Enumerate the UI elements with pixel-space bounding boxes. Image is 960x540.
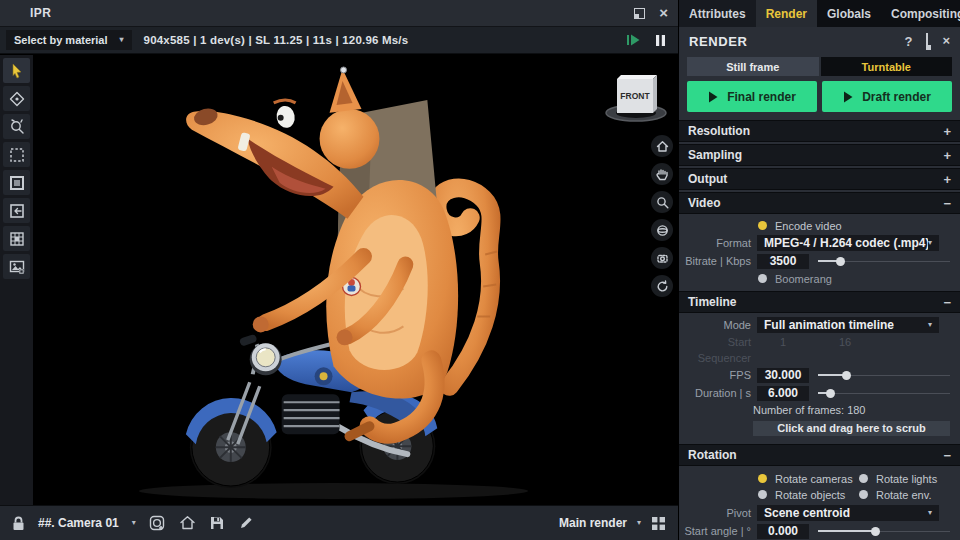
fullscreen-button[interactable]: [651, 516, 666, 531]
camera-dropdown[interactable]: ##. Camera 01: [38, 516, 119, 530]
timeline-mode-dropdown[interactable]: Full animation timeline ▾: [757, 317, 939, 333]
render-stats: 904x585 | 1 dev(s) | SL 11.25 | 11s | 12…: [144, 34, 409, 46]
section-video[interactable]: Video −: [679, 192, 960, 214]
add-camera-button[interactable]: [149, 515, 166, 532]
app-screen: IPR × Select by material ▾ 904x585 | 1 d…: [0, 0, 960, 540]
tool-pixel-inspect[interactable]: [3, 226, 30, 251]
start-row-disabled: Start 1 16: [679, 334, 960, 350]
start-angle-value[interactable]: 0.000: [757, 524, 809, 539]
view-zoom-button[interactable]: [651, 191, 673, 213]
section-output[interactable]: Output +: [679, 168, 960, 190]
tab-still-frame[interactable]: Still frame: [687, 57, 819, 76]
view-frame-button[interactable]: [651, 247, 673, 269]
draft-render-button[interactable]: Draft render: [822, 81, 952, 112]
slider-knob[interactable]: [871, 527, 880, 536]
chevron-down-icon[interactable]: ▾: [132, 519, 136, 527]
view-reset-button[interactable]: [651, 275, 673, 297]
bitrate-slider[interactable]: [818, 254, 950, 269]
boomerang-toggle[interactable]: Boomerang: [679, 270, 960, 287]
fps-value[interactable]: 30.000: [757, 368, 809, 383]
ipr-window: IPR × Select by material ▾ 904x585 | 1 d…: [0, 0, 678, 540]
radio-rotate-env[interactable]: Rotate env.: [859, 487, 960, 502]
section-sampling[interactable]: Sampling +: [679, 144, 960, 166]
pause-render-icon[interactable]: [655, 34, 666, 47]
render-panel: Attributes Render Globals Compositing To…: [678, 0, 960, 540]
pivot-label: Pivot: [679, 507, 757, 519]
ipr-close-button[interactable]: ×: [659, 7, 668, 19]
tool-marquee-select[interactable]: [3, 142, 30, 167]
toggle-dot-on: [758, 221, 767, 230]
slider-knob[interactable]: [826, 389, 835, 398]
bitrate-value[interactable]: 3500: [757, 254, 809, 269]
chevron-down-icon[interactable]: ▾: [637, 519, 641, 527]
section-rotation[interactable]: Rotation −: [679, 444, 960, 466]
resume-render-icon[interactable]: [626, 33, 641, 47]
save-view-button[interactable]: [209, 515, 225, 531]
model-rat-biker: [139, 67, 528, 499]
rotation-section-body: Rotate cameras Rotate lights Rotate obje…: [679, 466, 960, 540]
radio-rotate-lights[interactable]: Rotate lights: [859, 471, 960, 486]
select-mode-dropdown[interactable]: Select by material ▾: [6, 30, 132, 50]
chevron-down-icon: ▾: [928, 239, 932, 247]
region-icon: [9, 175, 25, 191]
encode-video-toggle[interactable]: Encode video: [679, 217, 960, 234]
final-render-button[interactable]: Final render: [687, 81, 817, 112]
view-orbit-button[interactable]: [651, 219, 673, 241]
tab-compositing[interactable]: Compositing: [881, 0, 960, 27]
scrub-bar[interactable]: Click and drag here to scrub: [753, 421, 950, 436]
view-home-button[interactable]: [651, 135, 673, 157]
select-mode-value: Select by material: [14, 34, 108, 46]
fps-slider[interactable]: [818, 368, 950, 383]
play-icon: [708, 91, 718, 103]
tool-save-image[interactable]: [3, 254, 30, 279]
render-target-dropdown[interactable]: Main render: [559, 516, 627, 530]
slider-knob[interactable]: [842, 371, 851, 380]
home-view-button[interactable]: [179, 515, 196, 531]
tool-select-cursor[interactable]: [3, 58, 30, 83]
camera-bar: ##. Camera 01 ▾ Main render ▾: [0, 505, 678, 540]
start-angle-slider[interactable]: [818, 524, 950, 539]
edit-camera-button[interactable]: [238, 515, 254, 531]
help-button[interactable]: ?: [904, 34, 912, 49]
panel-float-button[interactable]: [926, 34, 928, 49]
ipr-toolbar: Select by material ▾ 904x585 | 1 dev(s) …: [0, 27, 678, 54]
radio-rotate-objects[interactable]: Rotate objects: [758, 487, 859, 502]
pivot-dropdown[interactable]: Scene centroid ▾: [757, 505, 939, 521]
start-label: Start: [679, 336, 757, 348]
collapse-icon: −: [943, 197, 951, 210]
lock-icon[interactable]: [12, 516, 25, 531]
view-pan-button[interactable]: [651, 163, 673, 185]
view-cube[interactable]: FRONT: [604, 69, 670, 125]
tool-clip-view[interactable]: [3, 198, 30, 223]
collapse-icon: −: [943, 296, 951, 309]
radio-rotate-cameras[interactable]: Rotate cameras: [758, 471, 859, 486]
sequencer-row-disabled: Sequencer: [679, 350, 960, 366]
section-timeline[interactable]: Timeline −: [679, 291, 960, 313]
duration-label: Duration | s: [679, 387, 757, 399]
refresh-icon: [656, 280, 669, 293]
duration-slider[interactable]: [818, 386, 950, 401]
viewport-nav-tools: [651, 135, 673, 297]
tab-globals[interactable]: Globals: [817, 0, 881, 27]
home-icon: [656, 140, 669, 153]
marquee-icon: [9, 147, 25, 163]
format-dropdown[interactable]: MPEG-4 / H.264 codec (.mp4) ▾: [757, 235, 939, 251]
section-resolution[interactable]: Resolution +: [679, 120, 960, 142]
tab-turntable[interactable]: Turntable: [821, 57, 953, 76]
hand-icon: [656, 168, 668, 181]
bitrate-label: Bitrate | Kbps: [679, 255, 757, 267]
tab-render[interactable]: Render: [756, 0, 817, 27]
expand-icon: +: [943, 149, 951, 162]
slider-knob[interactable]: [836, 257, 845, 266]
tool-render-region[interactable]: [3, 170, 30, 195]
chevron-down-icon: ▾: [928, 321, 932, 329]
duration-value[interactable]: 6.000: [757, 386, 809, 401]
ipr-float-button[interactable]: [634, 8, 645, 19]
panel-close-button[interactable]: ×: [942, 35, 950, 47]
tool-zoom-region[interactable]: [3, 114, 30, 139]
chevron-down-icon: ▾: [928, 509, 932, 517]
tool-navigate[interactable]: [3, 86, 30, 111]
render-viewport[interactable]: FRONT: [33, 55, 678, 505]
tab-attributes[interactable]: Attributes: [679, 0, 756, 27]
rotate-target-options: Rotate cameras Rotate lights Rotate obje…: [679, 471, 960, 502]
